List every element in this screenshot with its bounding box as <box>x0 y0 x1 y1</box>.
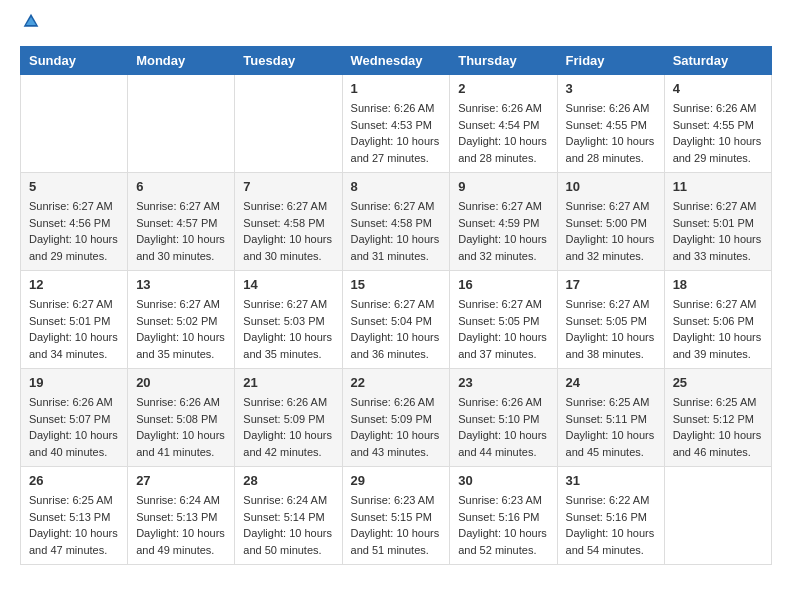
calendar-week-row: 12Sunrise: 6:27 AMSunset: 5:01 PMDayligh… <box>21 271 772 369</box>
day-number: 23 <box>458 375 548 390</box>
day-number: 24 <box>566 375 656 390</box>
day-info: Sunrise: 6:27 AMSunset: 5:03 PMDaylight:… <box>243 296 333 362</box>
calendar-cell <box>664 467 771 565</box>
calendar-cell: 24Sunrise: 6:25 AMSunset: 5:11 PMDayligh… <box>557 369 664 467</box>
page-header <box>20 20 772 30</box>
day-info: Sunrise: 6:27 AMSunset: 4:56 PMDaylight:… <box>29 198 119 264</box>
calendar-cell: 19Sunrise: 6:26 AMSunset: 5:07 PMDayligh… <box>21 369 128 467</box>
day-info: Sunrise: 6:26 AMSunset: 5:08 PMDaylight:… <box>136 394 226 460</box>
weekday-header-saturday: Saturday <box>664 47 771 75</box>
calendar-cell: 18Sunrise: 6:27 AMSunset: 5:06 PMDayligh… <box>664 271 771 369</box>
day-number: 17 <box>566 277 656 292</box>
day-info: Sunrise: 6:22 AMSunset: 5:16 PMDaylight:… <box>566 492 656 558</box>
calendar-cell: 2Sunrise: 6:26 AMSunset: 4:54 PMDaylight… <box>450 75 557 173</box>
calendar-cell: 23Sunrise: 6:26 AMSunset: 5:10 PMDayligh… <box>450 369 557 467</box>
calendar-cell: 14Sunrise: 6:27 AMSunset: 5:03 PMDayligh… <box>235 271 342 369</box>
day-info: Sunrise: 6:24 AMSunset: 5:14 PMDaylight:… <box>243 492 333 558</box>
calendar-cell: 29Sunrise: 6:23 AMSunset: 5:15 PMDayligh… <box>342 467 450 565</box>
calendar-cell: 7Sunrise: 6:27 AMSunset: 4:58 PMDaylight… <box>235 173 342 271</box>
day-info: Sunrise: 6:27 AMSunset: 4:58 PMDaylight:… <box>351 198 442 264</box>
calendar-cell: 16Sunrise: 6:27 AMSunset: 5:05 PMDayligh… <box>450 271 557 369</box>
day-number: 14 <box>243 277 333 292</box>
day-number: 26 <box>29 473 119 488</box>
calendar-table: SundayMondayTuesdayWednesdayThursdayFrid… <box>20 46 772 565</box>
day-number: 16 <box>458 277 548 292</box>
day-number: 18 <box>673 277 763 292</box>
calendar-cell: 15Sunrise: 6:27 AMSunset: 5:04 PMDayligh… <box>342 271 450 369</box>
day-number: 27 <box>136 473 226 488</box>
calendar-cell: 13Sunrise: 6:27 AMSunset: 5:02 PMDayligh… <box>128 271 235 369</box>
day-number: 10 <box>566 179 656 194</box>
calendar-week-row: 5Sunrise: 6:27 AMSunset: 4:56 PMDaylight… <box>21 173 772 271</box>
weekday-header-row: SundayMondayTuesdayWednesdayThursdayFrid… <box>21 47 772 75</box>
day-info: Sunrise: 6:27 AMSunset: 5:05 PMDaylight:… <box>458 296 548 362</box>
day-info: Sunrise: 6:23 AMSunset: 5:15 PMDaylight:… <box>351 492 442 558</box>
day-info: Sunrise: 6:27 AMSunset: 5:02 PMDaylight:… <box>136 296 226 362</box>
day-number: 31 <box>566 473 656 488</box>
day-number: 6 <box>136 179 226 194</box>
day-number: 8 <box>351 179 442 194</box>
day-number: 30 <box>458 473 548 488</box>
calendar-week-row: 1Sunrise: 6:26 AMSunset: 4:53 PMDaylight… <box>21 75 772 173</box>
calendar-week-row: 19Sunrise: 6:26 AMSunset: 5:07 PMDayligh… <box>21 369 772 467</box>
calendar-cell: 21Sunrise: 6:26 AMSunset: 5:09 PMDayligh… <box>235 369 342 467</box>
calendar-cell: 6Sunrise: 6:27 AMSunset: 4:57 PMDaylight… <box>128 173 235 271</box>
weekday-header-thursday: Thursday <box>450 47 557 75</box>
day-info: Sunrise: 6:26 AMSunset: 5:10 PMDaylight:… <box>458 394 548 460</box>
day-number: 11 <box>673 179 763 194</box>
day-number: 22 <box>351 375 442 390</box>
day-info: Sunrise: 6:26 AMSunset: 4:55 PMDaylight:… <box>673 100 763 166</box>
calendar-cell: 8Sunrise: 6:27 AMSunset: 4:58 PMDaylight… <box>342 173 450 271</box>
day-number: 12 <box>29 277 119 292</box>
day-info: Sunrise: 6:27 AMSunset: 5:05 PMDaylight:… <box>566 296 656 362</box>
calendar-cell: 10Sunrise: 6:27 AMSunset: 5:00 PMDayligh… <box>557 173 664 271</box>
calendar-cell: 17Sunrise: 6:27 AMSunset: 5:05 PMDayligh… <box>557 271 664 369</box>
day-info: Sunrise: 6:26 AMSunset: 5:07 PMDaylight:… <box>29 394 119 460</box>
weekday-header-wednesday: Wednesday <box>342 47 450 75</box>
day-info: Sunrise: 6:27 AMSunset: 5:06 PMDaylight:… <box>673 296 763 362</box>
day-info: Sunrise: 6:27 AMSunset: 5:04 PMDaylight:… <box>351 296 442 362</box>
day-number: 28 <box>243 473 333 488</box>
calendar-cell: 26Sunrise: 6:25 AMSunset: 5:13 PMDayligh… <box>21 467 128 565</box>
calendar-cell: 30Sunrise: 6:23 AMSunset: 5:16 PMDayligh… <box>450 467 557 565</box>
day-info: Sunrise: 6:26 AMSunset: 5:09 PMDaylight:… <box>243 394 333 460</box>
day-number: 9 <box>458 179 548 194</box>
day-number: 25 <box>673 375 763 390</box>
day-number: 4 <box>673 81 763 96</box>
calendar-cell: 12Sunrise: 6:27 AMSunset: 5:01 PMDayligh… <box>21 271 128 369</box>
calendar-cell: 3Sunrise: 6:26 AMSunset: 4:55 PMDaylight… <box>557 75 664 173</box>
day-number: 5 <box>29 179 119 194</box>
calendar-week-row: 26Sunrise: 6:25 AMSunset: 5:13 PMDayligh… <box>21 467 772 565</box>
day-info: Sunrise: 6:26 AMSunset: 5:09 PMDaylight:… <box>351 394 442 460</box>
day-number: 20 <box>136 375 226 390</box>
day-info: Sunrise: 6:26 AMSunset: 4:54 PMDaylight:… <box>458 100 548 166</box>
day-number: 3 <box>566 81 656 96</box>
calendar-cell: 9Sunrise: 6:27 AMSunset: 4:59 PMDaylight… <box>450 173 557 271</box>
calendar-cell: 27Sunrise: 6:24 AMSunset: 5:13 PMDayligh… <box>128 467 235 565</box>
calendar-cell: 20Sunrise: 6:26 AMSunset: 5:08 PMDayligh… <box>128 369 235 467</box>
calendar-cell <box>128 75 235 173</box>
logo-icon <box>22 12 40 30</box>
weekday-header-tuesday: Tuesday <box>235 47 342 75</box>
day-info: Sunrise: 6:27 AMSunset: 4:59 PMDaylight:… <box>458 198 548 264</box>
weekday-header-monday: Monday <box>128 47 235 75</box>
day-info: Sunrise: 6:27 AMSunset: 5:01 PMDaylight:… <box>29 296 119 362</box>
day-info: Sunrise: 6:25 AMSunset: 5:11 PMDaylight:… <box>566 394 656 460</box>
day-info: Sunrise: 6:24 AMSunset: 5:13 PMDaylight:… <box>136 492 226 558</box>
day-info: Sunrise: 6:27 AMSunset: 5:00 PMDaylight:… <box>566 198 656 264</box>
day-info: Sunrise: 6:23 AMSunset: 5:16 PMDaylight:… <box>458 492 548 558</box>
calendar-cell: 25Sunrise: 6:25 AMSunset: 5:12 PMDayligh… <box>664 369 771 467</box>
day-info: Sunrise: 6:27 AMSunset: 4:58 PMDaylight:… <box>243 198 333 264</box>
weekday-header-sunday: Sunday <box>21 47 128 75</box>
calendar-cell: 22Sunrise: 6:26 AMSunset: 5:09 PMDayligh… <box>342 369 450 467</box>
day-number: 2 <box>458 81 548 96</box>
day-info: Sunrise: 6:25 AMSunset: 5:12 PMDaylight:… <box>673 394 763 460</box>
day-info: Sunrise: 6:27 AMSunset: 5:01 PMDaylight:… <box>673 198 763 264</box>
calendar-cell <box>235 75 342 173</box>
day-info: Sunrise: 6:25 AMSunset: 5:13 PMDaylight:… <box>29 492 119 558</box>
calendar-cell <box>21 75 128 173</box>
calendar-cell: 28Sunrise: 6:24 AMSunset: 5:14 PMDayligh… <box>235 467 342 565</box>
day-number: 7 <box>243 179 333 194</box>
day-number: 15 <box>351 277 442 292</box>
day-number: 19 <box>29 375 119 390</box>
